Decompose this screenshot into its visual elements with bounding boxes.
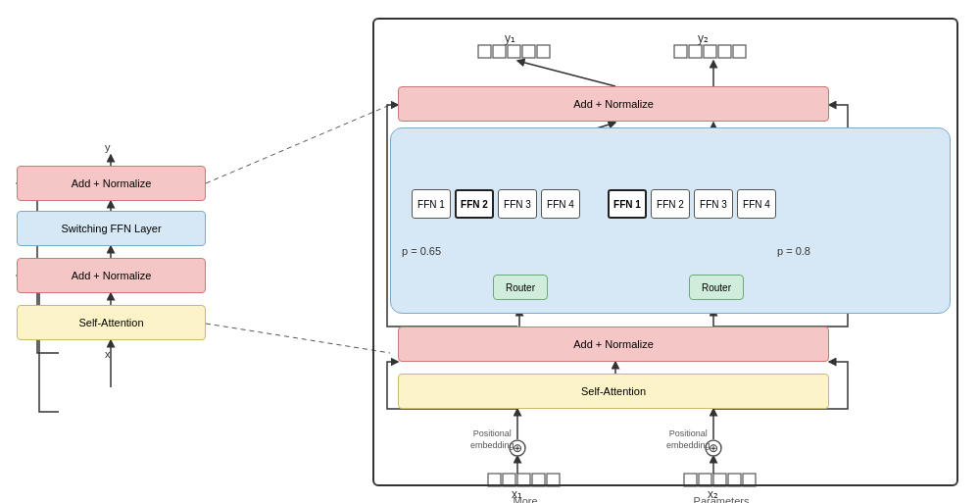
pos-emb-left-label: Positionalembedding <box>470 428 514 451</box>
left-ffn1-label: FFN 1 <box>417 199 445 210</box>
more-label: More <box>506 495 545 503</box>
left-add-norm-mid-box: Add + Normalize <box>17 258 206 293</box>
y1-label: y₁ <box>505 31 515 45</box>
left-self-attn-label: Self-Attention <box>78 317 143 328</box>
right-bot-add-norm-box: Add + Normalize <box>398 327 829 362</box>
left-ffn3-label: FFN 3 <box>504 199 531 210</box>
left-x-label: x <box>105 348 111 360</box>
right-ffn2-box: FFN 2 <box>651 189 690 219</box>
left-ffn4-label: FFN 4 <box>547 199 574 210</box>
right-ffn4-box: FFN 4 <box>737 189 776 219</box>
right-ffn4-label: FFN 4 <box>743 199 770 210</box>
right-ffn1-box: FFN 1 <box>608 189 647 219</box>
left-add-norm-mid-label: Add + Normalize <box>72 270 152 281</box>
p-left-label: p = 0.65 <box>402 245 441 257</box>
y2-label: y₂ <box>698 31 709 45</box>
left-add-norm-top-box: Add + Normalize <box>17 166 206 201</box>
left-ffn4-box: FFN 4 <box>541 189 580 219</box>
right-router-box: Router <box>689 275 744 300</box>
right-router-label: Router <box>702 282 731 293</box>
right-ffn3-box: FFN 3 <box>694 189 733 219</box>
right-ffn3-label: FFN 3 <box>700 199 727 210</box>
right-top-add-norm-box: Add + Normalize <box>398 86 829 122</box>
right-ffn2-label: FFN 2 <box>657 199 684 210</box>
left-switching-label: Switching FFN Layer <box>61 223 161 234</box>
left-router-label: Router <box>506 282 535 293</box>
svg-line-5 <box>206 105 390 183</box>
left-switching-box: Switching FFN Layer <box>17 211 206 246</box>
pos-emb-right-label: Positionalembedding <box>666 428 710 451</box>
left-ffn2-box: FFN 2 <box>455 189 494 219</box>
left-ffn1-box: FFN 1 <box>412 189 451 219</box>
right-self-attn-label: Self-Attention <box>581 385 646 397</box>
diagram-container: ⊗ ⊗ ⊕ ⊕ <box>0 0 980 503</box>
right-ffn1-label: FFN 1 <box>613 199 641 210</box>
left-ffn2-label: FFN 2 <box>461 199 488 210</box>
left-add-norm-top-label: Add + Normalize <box>72 177 152 189</box>
left-self-attn-box: Self-Attention <box>17 305 206 340</box>
left-y-label: y <box>105 141 111 153</box>
svg-line-6 <box>206 324 390 353</box>
blue-switching-panel <box>390 127 951 314</box>
left-ffn3-box: FFN 3 <box>498 189 537 219</box>
left-router-box: Router <box>493 275 548 300</box>
right-bot-add-norm-label: Add + Normalize <box>573 338 654 350</box>
right-self-attn-box: Self-Attention <box>398 374 829 409</box>
p-right-label: p = 0.8 <box>777 245 810 257</box>
right-top-add-norm-label: Add + Normalize <box>573 98 654 110</box>
params-label: Parameters <box>692 495 751 503</box>
